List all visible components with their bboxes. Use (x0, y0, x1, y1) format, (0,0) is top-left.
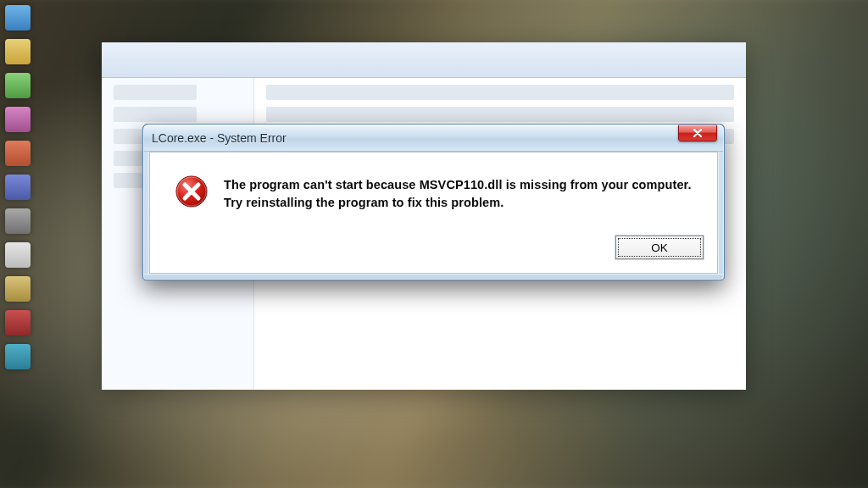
dialog-footer: OK (150, 220, 717, 273)
taskbar-icon-column (5, 5, 34, 369)
dialog-title: LCore.exe - System Error (152, 131, 287, 145)
system-error-dialog: LCore.exe - System Error (142, 124, 725, 280)
close-button[interactable] (678, 125, 717, 141)
dialog-body: The program can't start because MSVCP110… (150, 152, 717, 220)
ok-button[interactable]: OK (615, 236, 704, 259)
dialog-message: The program can't start because MSVCP110… (224, 175, 693, 212)
error-icon (175, 175, 209, 208)
close-icon (693, 129, 703, 137)
dialog-titlebar[interactable]: LCore.exe - System Error (143, 125, 724, 152)
